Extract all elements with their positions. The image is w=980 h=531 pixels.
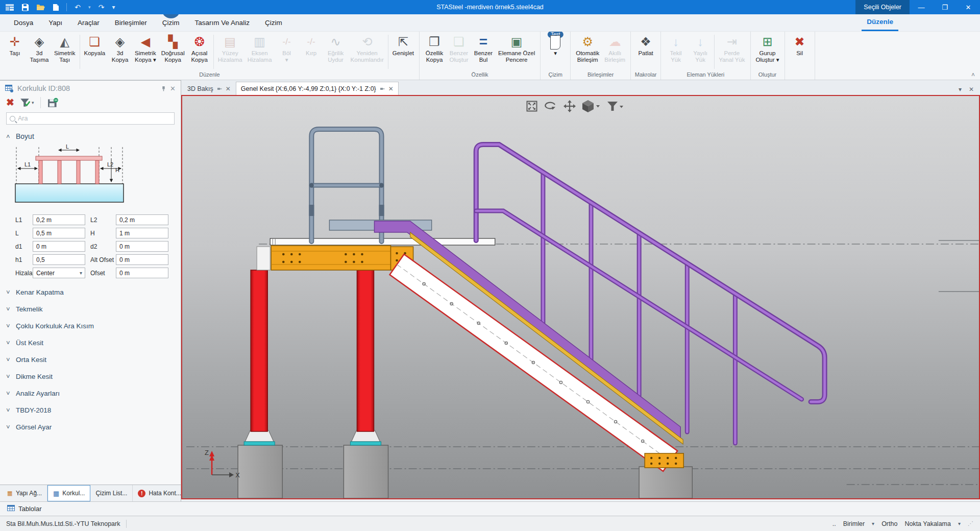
ribbon-button[interactable]: ▚ Doğrusal Kopya xyxy=(159,33,187,63)
ribbon-button[interactable]: ↓ Yayılı Yük xyxy=(688,33,713,63)
filter-view-icon[interactable] xyxy=(606,100,624,112)
field-input[interactable]: 0,2 m xyxy=(33,214,85,225)
orbit-icon[interactable] xyxy=(544,100,558,112)
ribbon-button[interactable]: ⊞ Gurup Oluştur ▾ xyxy=(753,33,782,63)
pan-icon[interactable] xyxy=(563,100,576,112)
delete-object-button[interactable]: ✖ xyxy=(6,96,14,108)
ribbon-button[interactable] xyxy=(714,35,715,69)
search-box[interactable] xyxy=(6,112,175,125)
tab-list-dropdown-icon[interactable]: ▾ xyxy=(959,86,962,93)
section-boyut[interactable]: ˄ Boyut xyxy=(0,129,181,144)
ribbon-button[interactable]: ❂ Açısal Kopya xyxy=(187,33,212,63)
document-tab[interactable]: Genel Kesit {X:6,06 Y:-4,99 Z:0,1} {X:0 … xyxy=(236,82,399,95)
units-dropdown-icon[interactable]: ▾ xyxy=(872,521,874,526)
drawing-canvas[interactable]: Z X xyxy=(181,95,980,499)
redo-icon[interactable]: ↷ xyxy=(97,3,106,11)
pin-icon[interactable] xyxy=(217,86,222,91)
ribbon-button[interactable]: -/- Böl ▾ xyxy=(275,33,299,63)
minimize-button[interactable]: — xyxy=(910,0,933,14)
field-input[interactable]: 0,2 m xyxy=(116,214,168,225)
menu-item[interactable]: Tasarım Ve Analiz xyxy=(187,14,257,31)
field-input[interactable]: 0 m xyxy=(33,241,85,252)
menu-item[interactable]: Dosya xyxy=(6,14,41,31)
tab-close-icon[interactable]: ✕ xyxy=(388,85,394,92)
selected-objects-button[interactable]: Seçili Objeler xyxy=(855,0,910,14)
field-input[interactable]: 1 m xyxy=(116,228,168,238)
snap-dropdown-icon[interactable]: ▾ xyxy=(958,521,961,526)
ribbon-button[interactable]: ▤ Yüzey Hizalama xyxy=(215,33,245,63)
tabstrip-close-icon[interactable]: ✕ xyxy=(969,86,974,93)
new-file-icon[interactable] xyxy=(51,3,60,11)
tab-close-icon[interactable]: ✕ xyxy=(226,85,231,92)
ribbon-button[interactable]: ❐ Özellik Kopya xyxy=(422,33,447,63)
bottom-tab[interactable]: Yapı Ağ... xyxy=(2,485,47,501)
ribbon-button[interactable]: ⚙ Otomatik Birleşim xyxy=(573,33,602,63)
undo-icon[interactable]: ↶ xyxy=(73,3,82,11)
accordion-section[interactable]: ˅ Çoklu Korkuluk Ara Kısım xyxy=(0,318,181,334)
open-folder-icon[interactable] xyxy=(36,3,45,11)
snap-toggle[interactable]: Nokta Yakalama xyxy=(904,520,951,527)
menu-item[interactable]: Yapı xyxy=(41,14,70,31)
field-input[interactable]: 0 m xyxy=(116,241,168,252)
ribbon-button[interactable]: ◈ 3d Kopya xyxy=(108,33,132,63)
ribbon-button[interactable]: ⇱ Genişlet xyxy=(390,33,416,57)
menu-item[interactable]: Test Çizim xyxy=(155,14,187,31)
accordion-section[interactable]: ˅ Dikme Kesit xyxy=(0,368,181,385)
ribbon-button[interactable]: ◭ Simetrik Taşı xyxy=(52,33,78,63)
units-button[interactable]: Birimler xyxy=(843,520,865,527)
ribbon-button[interactable]: ☁ Akıllı Birleşim xyxy=(602,33,628,63)
ribbon-button[interactable]: ▣ Elemane Özel Pencere xyxy=(496,33,537,63)
field-input[interactable]: 0,5 m xyxy=(33,228,85,238)
filter-button[interactable]: ▾ xyxy=(19,98,34,108)
accordion-section[interactable]: ˅ TBDY-2018 xyxy=(0,402,181,419)
field-input[interactable]: 0,5 xyxy=(33,254,85,265)
ribbon-button[interactable]: ◈ 3d Taşıma xyxy=(27,33,52,63)
app-icon[interactable] xyxy=(5,3,14,11)
ribbon-button[interactable]: ⇥ Perde Yanal Yük xyxy=(716,33,747,63)
field-input[interactable]: 0 m xyxy=(116,254,168,265)
ribbon-button[interactable] xyxy=(388,35,388,69)
restore-button[interactable]: ❐ xyxy=(933,0,957,14)
accordion-section[interactable]: ˅ Tekmelik xyxy=(0,301,181,318)
save-icon[interactable] xyxy=(20,3,30,11)
ribbon-button[interactable]: ◀ Simetrik Kopya ▾ xyxy=(132,33,159,63)
ribbon-button[interactable]: = Benzer Bul xyxy=(471,33,496,63)
pin-icon[interactable] xyxy=(161,86,166,91)
ribbon-button[interactable]: ∿ Eğrilik Uydur xyxy=(324,33,348,63)
ribbon-button[interactable]: ↓ Tekil Yük xyxy=(664,33,688,63)
ribbon-button[interactable]: -/- Kırp xyxy=(299,33,324,57)
resize-grip[interactable]: ⋰ xyxy=(968,520,974,527)
document-tab[interactable]: 3D Bakış ✕ xyxy=(182,82,236,95)
customize-toolbar-icon[interactable]: ▾ xyxy=(112,4,115,11)
bottom-tab[interactable]: Korkul... xyxy=(47,485,90,501)
ribbon-collapse-icon[interactable]: ˄ xyxy=(971,71,975,79)
pin-icon[interactable] xyxy=(380,86,385,91)
menu-item[interactable]: Birleşimler xyxy=(107,14,155,31)
ribbon-button[interactable]: Test ▾ xyxy=(543,33,568,57)
search-input[interactable] xyxy=(18,115,171,122)
ribbon-button[interactable] xyxy=(213,35,214,69)
ribbon-button[interactable]: ❏ Kopyala xyxy=(82,33,108,57)
menu-item[interactable]: Araçlar xyxy=(70,14,107,31)
contextual-tab-duzenle[interactable]: Düzenle xyxy=(862,14,898,31)
ribbon-button[interactable]: ✖ Sil xyxy=(788,33,812,57)
accordion-section[interactable]: ˅ Görsel Ayar xyxy=(0,419,181,436)
menu-item[interactable]: Çizim xyxy=(257,14,290,31)
save-settings-button[interactable] xyxy=(47,98,59,108)
field-input[interactable]: 0 m xyxy=(116,268,168,278)
filter-dropdown-icon[interactable]: ▾ xyxy=(32,100,34,105)
view-cube-icon[interactable] xyxy=(581,100,601,113)
tables-row[interactable]: Tablolar xyxy=(0,501,980,516)
undo-dropdown-icon[interactable]: ▾ xyxy=(88,5,91,10)
ribbon-button[interactable]: ⟲ Yeniden Konumlandır xyxy=(348,33,386,63)
accordion-section[interactable]: ˅ Orta Kesit xyxy=(0,351,181,368)
bottom-tab[interactable]: Çizim List... xyxy=(90,485,133,501)
ribbon-button[interactable]: ✛ Taşı xyxy=(3,33,27,57)
accordion-section[interactable]: ˅ Üst Kesit xyxy=(0,334,181,351)
close-button[interactable]: ✕ xyxy=(957,0,980,14)
field-input[interactable]: Center xyxy=(33,268,85,278)
zoom-extents-icon[interactable] xyxy=(525,100,538,112)
bottom-tab[interactable]: Hata Kont... xyxy=(133,485,186,501)
ribbon-button[interactable]: ❖ Patlat xyxy=(633,33,658,57)
ribbon-button[interactable]: ▥ Eksen Hizalama xyxy=(245,33,275,63)
